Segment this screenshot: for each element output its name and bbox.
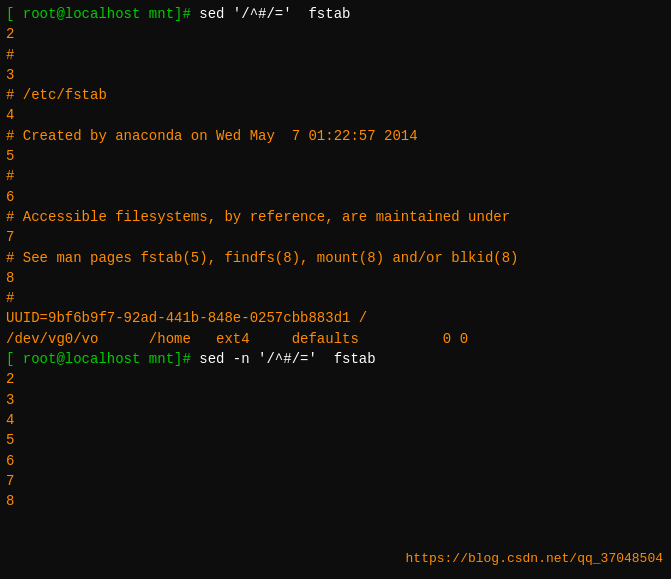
terminal-line: # /etc/fstab [6,85,665,105]
terminal-line: # See man pages fstab(5), findfs(8), mou… [6,248,665,268]
terminal-line: 4 [6,105,665,125]
terminal-line: 2 [6,24,665,44]
terminal-output: [ root@localhost mnt]# sed '/^#/=' fstab… [6,4,665,511]
terminal-line: # Created by anaconda on Wed May 7 01:22… [6,126,665,146]
terminal-line: 2 [6,369,665,389]
terminal-line: # [6,288,665,308]
terminal-line: 7 [6,471,665,491]
terminal-line: # [6,45,665,65]
terminal-line: 5 [6,146,665,166]
terminal-line: 3 [6,390,665,410]
terminal-line: UUID=9bf6b9f7-92ad-441b-848e-0257cbb883d… [6,308,665,328]
terminal-line: 4 [6,410,665,430]
command-text: sed -n '/^#/=' fstab [199,351,375,367]
terminal-line: 3 [6,65,665,85]
terminal-window[interactable]: [ root@localhost mnt]# sed '/^#/=' fstab… [0,0,671,579]
terminal-line: # [6,166,665,186]
terminal-line: 7 [6,227,665,247]
terminal-line: 6 [6,187,665,207]
terminal-line: 8 [6,491,665,511]
terminal-line: 6 [6,451,665,471]
terminal-line: # Accessible filesystems, by reference, … [6,207,665,227]
terminal-line: /dev/vg0/vo /home ext4 defaults 0 0 [6,329,665,349]
watermark: https://blog.csdn.net/qq_37048504 [406,550,663,569]
terminal-line: 5 [6,430,665,450]
terminal-line: [ root@localhost mnt]# sed -n '/^#/=' fs… [6,349,665,369]
command-text: sed '/^#/=' fstab [199,6,350,22]
terminal-line: 8 [6,268,665,288]
prompt-text: [ root@localhost mnt]# [6,351,199,367]
terminal-line: [ root@localhost mnt]# sed '/^#/=' fstab [6,4,665,24]
prompt-text: [ root@localhost mnt]# [6,6,199,22]
